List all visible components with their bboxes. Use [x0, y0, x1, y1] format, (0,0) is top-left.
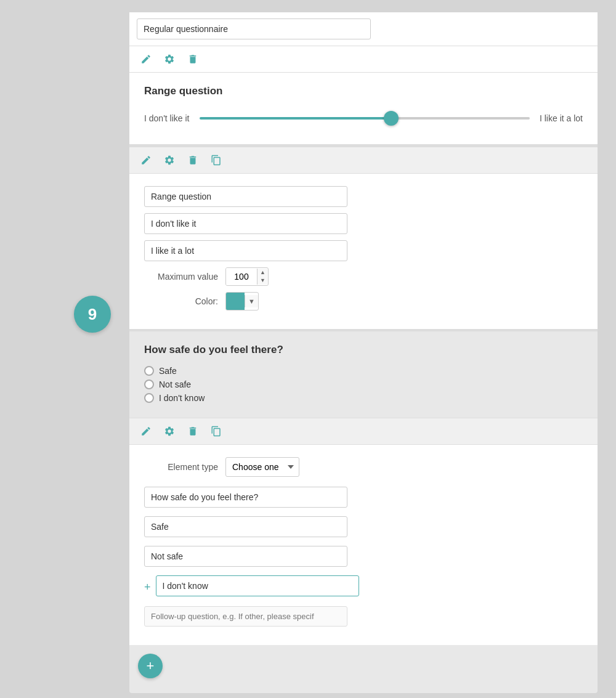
add-button-icon: + — [147, 658, 155, 674]
range-question-title: Range question — [144, 85, 583, 97]
trash-icon — [187, 54, 198, 65]
range-question-block: Range question I don't like it I like it… — [129, 73, 598, 147]
safe-followup-input[interactable] — [144, 606, 347, 627]
range-copy-icon — [211, 155, 222, 166]
safe-pencil-icon — [140, 426, 152, 437]
range-max-value-up[interactable]: ▲ — [257, 269, 268, 277]
top-toolbar — [129, 46, 598, 73]
add-option-button[interactable]: + — [144, 581, 151, 594]
badge: 9 — [74, 296, 111, 333]
add-button-row: + — [129, 645, 598, 681]
safe-option-notsafe: Not safe — [144, 379, 583, 389]
range-color-label: Color: — [144, 296, 218, 306]
range-copy-button[interactable] — [208, 152, 224, 168]
range-max-label-input[interactable] — [144, 240, 347, 261]
safe-edit-button[interactable] — [138, 423, 154, 439]
safe-option2-field — [144, 546, 583, 569]
range-settings-button[interactable] — [161, 152, 177, 168]
range-max-value-down[interactable]: ▼ — [257, 277, 268, 285]
safe-edit-panel: Element type Choose one + — [129, 445, 598, 645]
safe-option3-input[interactable] — [156, 575, 359, 596]
safe-option-safe: Safe — [144, 366, 583, 376]
safe-option2-input[interactable] — [144, 546, 347, 567]
safe-label-dontknow: I don't know — [159, 393, 205, 403]
range-delete-button[interactable] — [185, 152, 201, 168]
range-right-label: I like it a lot — [540, 113, 583, 123]
safe-option3-row: + — [144, 575, 583, 599]
top-settings-button[interactable] — [161, 51, 177, 67]
range-color-row: Color: ▼ — [144, 292, 583, 310]
range-color-box — [226, 293, 245, 310]
safe-option1-field — [144, 516, 583, 540]
safe-question-name-input[interactable] — [144, 487, 347, 508]
element-type-row: Element type Choose one — [144, 457, 583, 477]
element-type-label: Element type — [144, 462, 218, 472]
range-max-value-arrows: ▲ ▼ — [257, 269, 268, 285]
pencil-icon — [140, 54, 152, 65]
range-thumb[interactable] — [384, 111, 399, 126]
safe-label-notsafe: Not safe — [159, 379, 191, 389]
badge-number: 9 — [88, 305, 97, 324]
questionnaire-title-input[interactable] — [137, 18, 371, 39]
element-type-select[interactable]: Choose one — [225, 457, 299, 477]
safe-delete-button[interactable] — [185, 423, 201, 439]
range-min-label-field — [144, 213, 583, 234]
range-pencil-icon — [140, 155, 152, 166]
safe-settings-button[interactable] — [161, 423, 177, 439]
range-color-select[interactable]: ▼ — [225, 292, 259, 310]
safe-radio-group: Safe Not safe I don't know — [144, 366, 583, 403]
safe-radio-safe[interactable] — [144, 366, 154, 376]
safe-option1-input[interactable] — [144, 516, 347, 537]
range-max-value-row: Maximum value ▲ ▼ — [144, 267, 583, 286]
range-min-label-input[interactable] — [144, 213, 347, 234]
range-max-value-input[interactable] — [226, 268, 257, 285]
range-color-arrow[interactable]: ▼ — [245, 295, 258, 307]
safe-trash-icon — [187, 426, 198, 437]
range-gear-icon — [164, 155, 175, 166]
safe-question-title: How safe do you feel there? — [144, 344, 583, 356]
safe-copy-icon — [211, 426, 222, 437]
range-question-name-field — [144, 186, 583, 207]
safe-label-safe: Safe — [159, 366, 177, 376]
range-row: I don't like it I like it a lot — [144, 107, 583, 129]
safe-radio-notsafe[interactable] — [144, 379, 154, 389]
range-max-value-input-wrapper: ▲ ▼ — [225, 267, 269, 286]
range-left-label: I don't like it — [144, 113, 190, 123]
safe-question-block: How safe do you feel there? Safe Not saf… — [129, 331, 598, 418]
range-slider[interactable] — [200, 112, 530, 124]
range-edit-panel: Maximum value ▲ ▼ Color: ▼ — [129, 174, 598, 331]
range-max-value-label: Maximum value — [144, 272, 218, 282]
range-max-label-field — [144, 240, 583, 261]
range-edit-button[interactable] — [138, 152, 154, 168]
range-trash-icon — [187, 155, 198, 166]
safe-gear-icon — [164, 426, 175, 437]
range-track — [200, 117, 530, 120]
page-wrapper: 9 Range question I don't like it — [12, 12, 604, 693]
range-question-name-input[interactable] — [144, 186, 347, 207]
safe-inner-toolbar — [129, 418, 598, 445]
safe-option-dontknow: I don't know — [144, 393, 583, 403]
main-container: Range question I don't like it I like it… — [129, 12, 598, 693]
safe-radio-dontknow[interactable] — [144, 393, 154, 403]
safe-question-name-field — [144, 487, 583, 510]
safe-copy-button[interactable] — [208, 423, 224, 439]
add-question-button[interactable]: + — [138, 654, 163, 678]
safe-followup-field — [144, 601, 583, 627]
range-inner-toolbar — [129, 147, 598, 174]
title-bar — [129, 12, 598, 46]
top-edit-button[interactable] — [138, 51, 154, 67]
top-delete-button[interactable] — [185, 51, 201, 67]
gear-icon — [164, 54, 175, 65]
